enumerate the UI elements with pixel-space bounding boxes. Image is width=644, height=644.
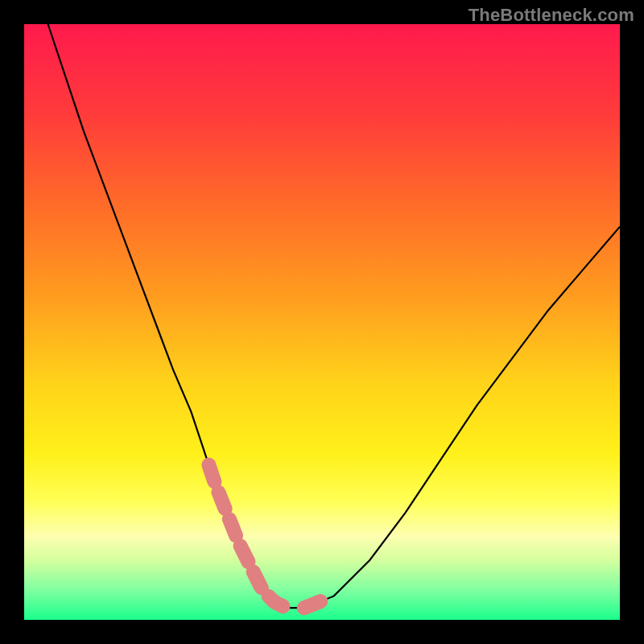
watermark-text: TheBottleneck.com xyxy=(469,5,634,26)
gradient-background xyxy=(24,24,620,620)
chart-canvas: TheBottleneck.com xyxy=(0,0,644,644)
